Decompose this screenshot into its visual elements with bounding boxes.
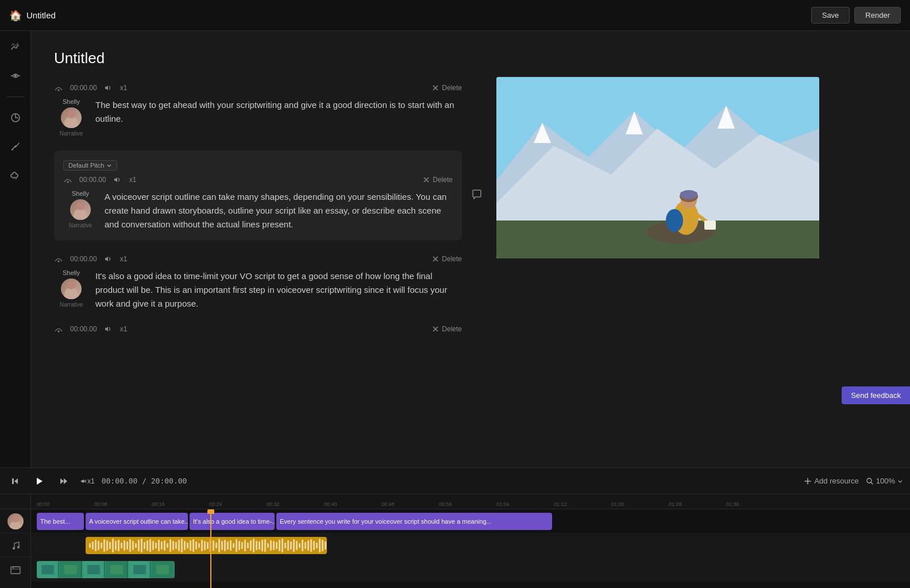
scene2-speed: x1 [129,176,137,184]
analytics-icon[interactable] [6,38,25,56]
clip-text-1[interactable]: The best... [37,513,84,530]
playhead-head [207,509,214,514]
track-avatar [7,513,24,529]
scene-header-2: 00:00.00 x1 Delete [63,175,453,184]
svg-point-5 [67,181,69,183]
effects-icon[interactable] [6,109,25,127]
speaker-info-1: Shelly Narrative [54,98,88,137]
audio-track [31,533,910,558]
svg-rect-28 [11,567,20,574]
svg-rect-20 [680,192,697,196]
scene4-speed: x1 [120,325,128,333]
delete-scene4-label: Delete [442,325,462,333]
current-time: 00:00.00 [102,477,138,485]
render-button[interactable]: Render [854,7,901,24]
svg-point-0 [14,75,17,77]
brush-icon[interactable] [6,137,25,156]
scene-block-1: 00:00.00 x1 Delete Shelly [54,83,462,137]
delete-scene3-label: Delete [442,255,462,263]
clip-text-3-label: It's also a good idea to time-... [193,518,275,525]
comment-icon[interactable] [471,189,483,203]
music-track-icon [0,533,30,558]
add-resource-label: Add resource [814,477,858,485]
time-separator: / [142,477,151,485]
clip-text-3[interactable]: It's also a good idea to time-... [190,513,275,530]
svg-point-4 [58,90,60,91]
svg-point-2 [14,145,17,148]
scene3-time: 00:00.00 [70,255,97,263]
svg-point-29 [13,567,14,568]
script-panel: Untitled 00:00.00 x1 [31,31,485,467]
svg-rect-24 [12,478,14,484]
scene3-text[interactable]: It's also a good idea to time-limit your… [95,269,462,311]
add-resource-button[interactable]: Add resource [804,477,858,485]
scene1-text[interactable]: The best way to get ahead with your scri… [95,98,462,126]
avatar-3 [61,278,82,299]
forward-button[interactable] [55,473,71,489]
volume-icon-4 [104,324,113,334]
speed-label: x1 [87,477,95,485]
speaker-row-2: Shelly Narrative A voiceover script outl… [63,190,453,231]
clip-text-2[interactable]: A voiceover script outline can take... [86,513,188,530]
script-title: Untitled [54,49,462,67]
speaker3-role: Narrative [60,301,83,308]
scene-meta-4: 00:00.00 x1 [54,324,431,334]
speed-icon-2 [63,175,72,184]
scene-block-2: Default Pitch 00:00.00 [54,150,462,241]
speaker1-role: Narrative [60,130,83,137]
save-button[interactable]: Save [811,7,850,24]
delete-scene1-button[interactable]: Delete [431,84,462,92]
svg-point-7 [58,331,60,332]
scene-header-4: 00:00.00 x1 Delete [54,324,462,334]
scene2-text[interactable]: A voiceover script outline can take many… [105,190,453,231]
delete-scene1-label: Delete [442,84,462,92]
topbar: 🏠 Untitled Save Render [0,0,910,31]
zoom-chevron-icon [897,478,903,484]
scene4-time: 00:00.00 [70,325,97,333]
scene1-speed: x1 [120,84,128,92]
scene-meta-1: 00:00.00 x1 [54,83,431,92]
speaker3-name: Shelly [63,269,80,276]
scene2-time: 00:00.00 [79,176,106,184]
volume-icon-2 [113,175,122,184]
speed-icon-4 [54,324,63,334]
scene-meta-3: 00:00.00 x1 [54,254,431,264]
clip-text-2-label: A voiceover script outline can take... [89,518,188,525]
svg-rect-23 [704,220,716,230]
speaker2-name: Shelly [72,190,89,197]
video-clip[interactable] [37,561,175,578]
rewind-button[interactable] [7,473,23,489]
speaker1-name: Shelly [63,98,80,105]
clip-text-4-label: Every sentence you write for your voiceo… [280,518,492,525]
preview-image [496,77,819,258]
delete-scene3-button[interactable]: Delete [431,255,462,263]
pitch-dropdown[interactable]: Default Pitch [63,160,117,171]
audio-icon[interactable] [6,67,25,85]
zoom-control[interactable]: 100% [866,477,903,485]
speaker2-role: Narrative [69,222,92,229]
send-feedback-button[interactable]: Send feedback [842,386,910,404]
svg-point-6 [58,261,60,262]
timeline-controls: x1 00:00.00 / 20:00.00 Add resource 100% [0,468,910,494]
clip-text-4[interactable]: Every sentence you write for your voiceo… [276,513,552,530]
delete-scene4-button[interactable]: Delete [431,325,462,333]
audio-clip[interactable] [86,537,327,554]
scene3-speed: x1 [120,255,128,263]
zoom-level: 100% [876,477,895,485]
home-icon[interactable]: 🏠 [9,9,22,22]
timeline-ruler: 00:00 00:08 00:16 00:24 00:32 00:40 00:4… [31,494,910,509]
playhead [210,509,211,588]
preview-svg [496,77,819,258]
speed-button[interactable]: x1 [78,477,95,485]
play-button[interactable] [30,472,48,490]
scene-block-3: 00:00.00 x1 Delete Shelly [54,254,462,311]
main-layout: Untitled 00:00.00 x1 [0,31,910,467]
delete-scene2-button[interactable]: Delete [422,176,453,184]
zoom-icon [866,477,874,485]
text-track: The best... A voiceover script outline c… [31,509,910,533]
cloud-icon[interactable] [6,166,25,184]
video-track [31,558,910,582]
total-time: 20:00.00 [151,477,187,485]
svg-point-3 [11,149,13,150]
avatar-1 [61,107,82,128]
